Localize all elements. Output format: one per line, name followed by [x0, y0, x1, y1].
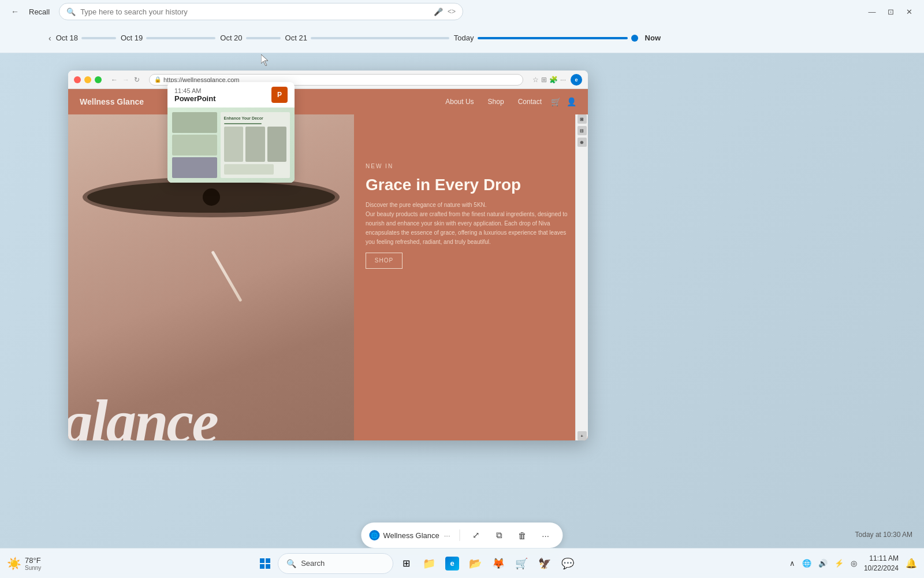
timeline-now-label: Now — [645, 34, 661, 42]
sidebar-icon-3[interactable]: ⊟ — [578, 126, 587, 135]
taskbar-teams[interactable]: 💬 — [557, 553, 578, 574]
taskbar-taskview[interactable]: ⊞ — [396, 553, 416, 574]
browser-forward-icon[interactable]: → — [122, 76, 129, 84]
cart-icon[interactable]: 🛒 — [551, 97, 561, 106]
timeline-bar-oct20 — [246, 37, 281, 39]
weather-widget: 78°F Sunny — [25, 556, 41, 571]
close-button[interactable]: ✕ — [901, 3, 917, 20]
action-expand-button[interactable]: ⤢ — [467, 526, 486, 544]
weather-condition: Sunny — [25, 565, 41, 571]
ppt-slide-title: Enhance Your Decor — [224, 116, 286, 121]
timeline-oct20[interactable]: Oct 20 — [220, 34, 280, 42]
taskbar-search-label: Search — [301, 559, 325, 568]
timeline-date-oct19: Oct 19 — [121, 34, 143, 42]
glance-hero-text: glance — [68, 391, 354, 440]
history-search-input[interactable] — [80, 8, 429, 16]
taskbar-browser-edge[interactable]: e — [442, 553, 463, 574]
browser-max-btn[interactable] — [95, 76, 102, 83]
user-icon[interactable]: 👤 — [567, 97, 576, 106]
sidebar-icon-add[interactable]: + — [578, 431, 587, 440]
browser-menu-icon[interactable]: ··· — [560, 76, 566, 84]
taskbar-right: ∧ 🌐 🔊 ⚡ ◎ 11:11 AM 10/22/2024 🔔 — [787, 554, 917, 573]
tray-chevron[interactable]: ∧ — [787, 557, 798, 570]
history-search-bar[interactable]: 🔍 🎤 <> — [59, 3, 463, 20]
new-in-badge: NEW IN — [366, 163, 576, 169]
ppt-thumbnail[interactable]: Enhance Your Decor — [167, 108, 295, 183]
tray-battery[interactable]: ⚡ — [832, 557, 846, 570]
back-button[interactable]: ← — [7, 3, 23, 20]
browser-close-btn[interactable] — [74, 76, 81, 83]
sidebar-icon-2[interactable]: ⊞ — [578, 114, 587, 124]
timeline-oct21[interactable]: Oct 21 — [285, 34, 449, 42]
ppt-popup-header: 11:45 AM PowerPoint P — [167, 82, 295, 108]
hero-description: Discover the pure elegance of nature wit… — [366, 201, 576, 247]
svg-rect-2 — [260, 564, 264, 569]
edge-sidebar: ⊞ e ⊞ ⊟ ⊕ + — [575, 89, 588, 440]
browser-body: Wellness Glance About Us Shop Contact 🛒 … — [68, 89, 588, 440]
address-lock-icon: 🔒 — [154, 76, 161, 83]
mic-icon[interactable]: 🎤 — [434, 8, 443, 16]
weather-icon: ☀️ — [7, 557, 21, 570]
taskbar-files[interactable]: 📁 — [419, 553, 439, 574]
browser-tab-icon[interactable]: ⊞ — [541, 76, 547, 84]
svg-rect-1 — [266, 558, 270, 563]
action-delete-button[interactable]: 🗑 — [513, 526, 532, 544]
browser-back-icon[interactable]: ← — [111, 76, 118, 84]
taskbar-clock[interactable]: 11:11 AM 10/22/2024 — [864, 554, 899, 573]
action-bar-overflow[interactable]: ··· — [444, 531, 450, 540]
timeline-oct18[interactable]: Oct 18 — [56, 34, 116, 42]
timeline: ‹ Oct 18 Oct 19 Oct 20 Oct 21 Today Now — [0, 23, 924, 53]
start-button[interactable] — [255, 553, 275, 574]
app-title: Recall — [29, 8, 50, 16]
main-content: ← → ↻ 🔒 https://wellnessglance.com ☆ ⊞ 🧩… — [0, 53, 924, 548]
timeline-date-oct21: Oct 21 — [285, 34, 307, 42]
maximize-button[interactable]: ⊡ — [882, 3, 899, 20]
weather-temp: 78°F — [25, 556, 41, 565]
nav-contact[interactable]: Contact — [518, 98, 542, 106]
ppt-time: 11:45 AM — [174, 87, 216, 94]
svg-rect-0 — [260, 558, 264, 563]
edge-logo: e — [571, 74, 582, 86]
notification-button[interactable]: 🔔 — [906, 558, 917, 569]
tray-network[interactable]: 🌐 — [800, 557, 814, 570]
screenshot-timestamp: Today at 10:30 AM — [855, 531, 912, 539]
code-icon[interactable]: <> — [448, 8, 456, 16]
svg-rect-3 — [266, 564, 270, 569]
timeline-back-button[interactable]: ‹ — [46, 31, 54, 45]
timeline-date-oct18: Oct 18 — [56, 34, 78, 42]
website-nav-icons: 🛒 👤 — [551, 97, 576, 106]
browser-ext-icon[interactable]: 🧩 — [549, 76, 558, 84]
nav-shop[interactable]: Shop — [488, 98, 504, 106]
action-more-button[interactable]: ··· — [536, 526, 555, 544]
website: Wellness Glance About Us Shop Contact 🛒 … — [68, 89, 588, 440]
ppt-slide-panel — [172, 112, 217, 178]
timeline-today[interactable]: Today — [454, 34, 638, 42]
taskbar-left: ☀️ 78°F Sunny — [7, 556, 46, 571]
ppt-popup[interactable]: 11:45 AM PowerPoint P Enhance Your Decor — [167, 82, 295, 183]
website-content: NEW IN Grace in Every Drop Discover the … — [354, 114, 588, 440]
taskbar: ☀️ 78°F Sunny 🔍 Search ⊞ 📁 — [0, 548, 924, 578]
ppt-main-panel: Enhance Your Decor — [221, 112, 290, 178]
timeline-bar-oct21 — [311, 37, 449, 39]
site-logo: Wellness Glance — [80, 97, 144, 106]
taskbar-search[interactable]: 🔍 Search — [278, 553, 393, 574]
minimize-button[interactable]: — — [864, 3, 880, 20]
browser-min-btn[interactable] — [84, 76, 91, 83]
shop-button[interactable]: SHOP — [366, 253, 403, 269]
action-copy-button[interactable]: ⧉ — [490, 526, 509, 544]
timeline-oct19[interactable]: Oct 19 — [121, 34, 215, 42]
timeline-bar-oct18 — [81, 37, 116, 39]
tray-volume[interactable]: 🔊 — [816, 557, 830, 570]
taskbar-app2[interactable]: 🦅 — [534, 553, 555, 574]
taskbar-explorer[interactable]: 📂 — [465, 553, 486, 574]
nav-about[interactable]: About Us — [445, 98, 474, 106]
browser-fav-icon[interactable]: ☆ — [532, 76, 539, 84]
taskbar-firefox[interactable]: 🦊 — [488, 553, 509, 574]
hero-title: Grace in Every Drop — [366, 175, 576, 195]
browser-refresh-icon[interactable]: ↻ — [134, 76, 140, 84]
tray-recall[interactable]: ◎ — [848, 557, 859, 570]
clock-time: 11:11 AM — [864, 554, 899, 564]
taskbar-store[interactable]: 🛒 — [511, 553, 532, 574]
sidebar-icon-4[interactable]: ⊕ — [578, 138, 587, 147]
timeline-bar-oct19 — [146, 37, 215, 39]
